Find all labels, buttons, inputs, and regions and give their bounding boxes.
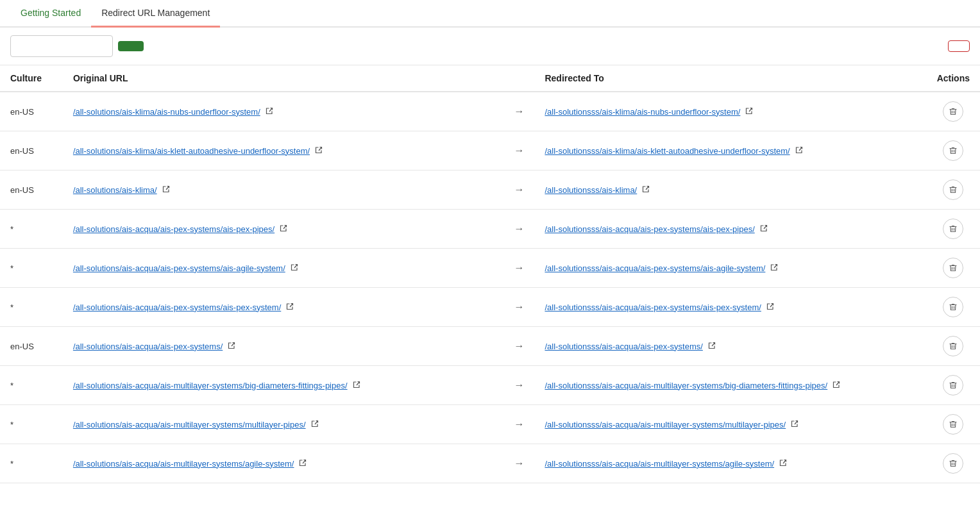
external-link-icon[interactable] xyxy=(708,342,717,351)
cell-culture: en-US xyxy=(0,327,63,366)
redirected-url-link[interactable]: /all-solutionsss/ais-klima/ xyxy=(545,185,637,195)
external-link-icon[interactable] xyxy=(162,185,171,194)
original-url-link[interactable]: /all-solutions/ais-acqua/ais-pex-systems… xyxy=(73,263,285,273)
original-url-link[interactable]: /all-solutions/ais-acqua/ais-multilayer-… xyxy=(73,420,306,429)
external-link-icon[interactable] xyxy=(286,303,295,312)
tabs-bar: Getting Started Redirect URL Management xyxy=(0,0,980,28)
external-link-icon[interactable] xyxy=(795,146,804,155)
cell-redirected-to: /all-solutionsss/ais-acqua/ais-multilaye… xyxy=(534,366,926,405)
cell-arrow: → xyxy=(503,366,534,405)
cell-original-url: /all-solutions/ais-klima/ xyxy=(63,170,504,210)
table-row: en-US/all-solutions/ais-klima/ais-nubs-u… xyxy=(0,92,980,131)
cell-arrow: → xyxy=(503,405,534,444)
cell-arrow: → xyxy=(503,210,534,249)
cell-culture: en-US xyxy=(0,170,63,210)
external-link-icon[interactable] xyxy=(280,224,289,233)
tab-redirect-url-management[interactable]: Redirect URL Management xyxy=(91,0,220,28)
redirected-url-link[interactable]: /all-solutionsss/ais-acqua/ais-pex-syste… xyxy=(545,263,765,273)
cell-original-url: /all-solutions/ais-acqua/ais-multilayer-… xyxy=(63,444,504,483)
col-header-culture: Culture xyxy=(0,65,63,92)
table-row: */all-solutions/ais-acqua/ais-multilayer… xyxy=(0,405,980,444)
delete-button[interactable] xyxy=(943,219,963,239)
external-link-icon[interactable] xyxy=(770,263,779,272)
search-input[interactable] xyxy=(10,35,113,57)
redirected-url-link[interactable]: /all-solutionsss/ais-klima/ais-nubs-unde… xyxy=(545,107,740,117)
original-url-link[interactable]: /all-solutions/ais-acqua/ais-pex-systems… xyxy=(73,342,223,351)
cell-actions xyxy=(927,366,980,405)
original-url-link[interactable]: /all-solutions/ais-klima/ xyxy=(73,185,157,195)
redirected-url-link[interactable]: /all-solutionsss/ais-acqua/ais-multilaye… xyxy=(545,381,827,390)
delete-button[interactable] xyxy=(943,453,963,474)
cell-actions xyxy=(927,444,980,483)
cell-arrow: → xyxy=(503,131,534,170)
search-button[interactable] xyxy=(118,41,144,51)
cell-original-url: /all-solutions/ais-klima/ais-klett-autoa… xyxy=(63,131,504,170)
redirected-url-link[interactable]: /all-solutionsss/ais-acqua/ais-pex-syste… xyxy=(545,303,761,312)
table-row: */all-solutions/ais-acqua/ais-pex-system… xyxy=(0,210,980,249)
external-link-icon[interactable] xyxy=(642,185,651,194)
cell-redirected-to: /all-solutionsss/ais-acqua/ais-pex-syste… xyxy=(534,210,926,249)
original-url-link[interactable]: /all-solutions/ais-acqua/ais-multilayer-… xyxy=(73,381,348,390)
cell-actions xyxy=(927,210,980,249)
cell-original-url: /all-solutions/ais-acqua/ais-pex-systems… xyxy=(63,210,504,249)
redirected-url-link[interactable]: /all-solutionsss/ais-klima/ais-klett-aut… xyxy=(545,146,790,156)
table-row: en-US/all-solutions/ais-klima/ais-klett-… xyxy=(0,131,980,170)
external-link-icon[interactable] xyxy=(791,420,800,429)
cell-original-url: /all-solutions/ais-acqua/ais-multilayer-… xyxy=(63,366,504,405)
cell-culture: * xyxy=(0,444,63,483)
disable-url-tracker-button[interactable] xyxy=(948,40,970,52)
cell-redirected-to: /all-solutionsss/ais-acqua/ais-multilaye… xyxy=(534,444,926,483)
delete-button[interactable] xyxy=(943,414,963,435)
cell-arrow: → xyxy=(503,92,534,131)
external-link-icon[interactable] xyxy=(745,107,754,116)
redirect-table: Culture Original URL Redirected To Actio… xyxy=(0,65,980,483)
table-row: */all-solutions/ais-acqua/ais-multilayer… xyxy=(0,444,980,483)
delete-button[interactable] xyxy=(943,336,963,356)
original-url-link[interactable]: /all-solutions/ais-klima/ais-klett-autoa… xyxy=(73,146,310,156)
external-link-icon[interactable] xyxy=(266,107,275,116)
delete-button[interactable] xyxy=(943,297,963,317)
external-link-icon[interactable] xyxy=(760,224,769,233)
delete-button[interactable] xyxy=(943,375,963,395)
cell-actions xyxy=(927,288,980,327)
external-link-icon[interactable] xyxy=(291,263,300,272)
table-row: en-US/all-solutions/ais-acqua/ais-pex-sy… xyxy=(0,327,980,366)
tab-getting-started[interactable]: Getting Started xyxy=(10,0,91,28)
cell-redirected-to: /all-solutionsss/ais-acqua/ais-pex-syste… xyxy=(534,249,926,288)
redirected-url-link[interactable]: /all-solutionsss/ais-acqua/ais-pex-syste… xyxy=(545,224,754,234)
original-url-link[interactable]: /all-solutions/ais-klima/ais-nubs-underf… xyxy=(73,107,260,117)
original-url-link[interactable]: /all-solutions/ais-acqua/ais-pex-systems… xyxy=(73,224,275,234)
cell-culture: * xyxy=(0,288,63,327)
original-url-link[interactable]: /all-solutions/ais-acqua/ais-multilayer-… xyxy=(73,459,294,469)
redirected-url-link[interactable]: /all-solutionsss/ais-acqua/ais-multilaye… xyxy=(545,459,774,469)
external-link-icon[interactable] xyxy=(299,459,308,468)
cell-redirected-to: /all-solutionsss/ais-acqua/ais-pex-syste… xyxy=(534,288,926,327)
delete-button[interactable] xyxy=(943,258,963,278)
external-link-icon[interactable] xyxy=(779,459,788,468)
redirected-url-link[interactable]: /all-solutionsss/ais-acqua/ais-multilaye… xyxy=(545,420,786,429)
cell-arrow: → xyxy=(503,327,534,366)
table-row: en-US/all-solutions/ais-klima/→/all-solu… xyxy=(0,170,980,210)
external-link-icon[interactable] xyxy=(311,420,320,429)
cell-redirected-to: /all-solutionsss/ais-acqua/ais-multilaye… xyxy=(534,405,926,444)
cell-culture: * xyxy=(0,405,63,444)
cell-culture: en-US xyxy=(0,92,63,131)
cell-actions xyxy=(927,249,980,288)
delete-button[interactable] xyxy=(943,179,963,200)
external-link-icon[interactable] xyxy=(353,381,362,390)
cell-original-url: /all-solutions/ais-acqua/ais-multilayer-… xyxy=(63,405,504,444)
external-link-icon[interactable] xyxy=(228,342,237,351)
delete-button[interactable] xyxy=(943,140,963,161)
cell-actions xyxy=(927,170,980,210)
delete-button[interactable] xyxy=(943,101,963,122)
redirected-url-link[interactable]: /all-solutionsss/ais-acqua/ais-pex-syste… xyxy=(545,342,702,351)
original-url-link[interactable]: /all-solutions/ais-acqua/ais-pex-systems… xyxy=(73,303,281,312)
external-link-icon[interactable] xyxy=(766,303,775,312)
cell-culture: * xyxy=(0,366,63,405)
toolbar xyxy=(0,28,980,65)
external-link-icon[interactable] xyxy=(832,381,841,390)
table-container: Culture Original URL Redirected To Actio… xyxy=(0,65,980,483)
external-link-icon[interactable] xyxy=(315,146,324,155)
cell-redirected-to: /all-solutionsss/ais-klima/ xyxy=(534,170,926,210)
cell-redirected-to: /all-solutionsss/ais-klima/ais-klett-aut… xyxy=(534,131,926,170)
